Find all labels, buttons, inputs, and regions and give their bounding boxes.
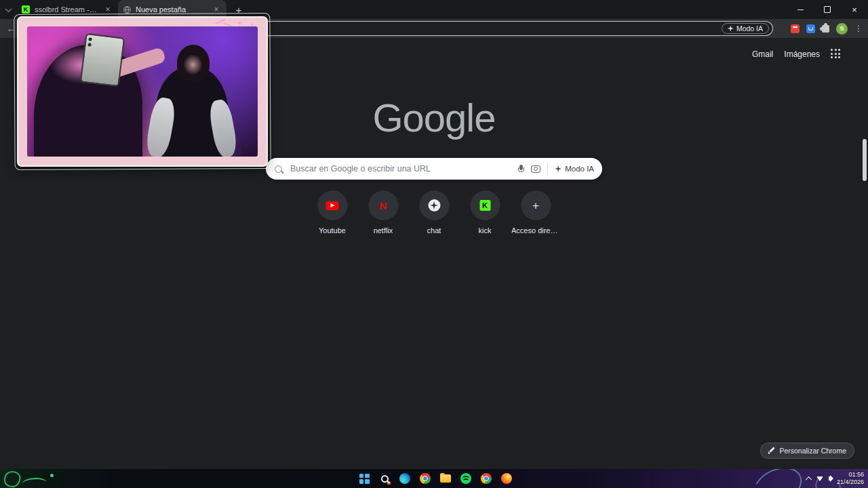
- sparkle-icon: [555, 165, 561, 172]
- kick-icon: K: [479, 200, 490, 211]
- shortcut-add[interactable]: + Acceso directo: [511, 190, 561, 235]
- picture-in-picture-video[interactable]: [18, 18, 267, 165]
- divider: [547, 163, 548, 175]
- folder-icon: [440, 474, 451, 483]
- taskbar-chrome-2-button[interactable]: [480, 472, 492, 485]
- globe-favicon-icon: [123, 6, 131, 14]
- start-button[interactable]: [358, 472, 370, 485]
- google-apps-icon[interactable]: [831, 49, 841, 59]
- sparkle-icon: [237, 20, 242, 26]
- close-icon: ×: [852, 5, 857, 14]
- taskbar-edge-button[interactable]: [399, 472, 411, 485]
- volume-icon[interactable]: [829, 476, 831, 481]
- scrollbar-thumb[interactable]: [863, 139, 867, 181]
- tab-new-tab[interactable]: Nueva pestaña ×: [118, 0, 226, 19]
- taskbar-search-button[interactable]: [378, 472, 391, 485]
- shortcut-tile: K: [470, 190, 500, 220]
- shortcut-tile: [419, 190, 449, 220]
- shortcut-label: Acceso directo: [511, 226, 560, 235]
- images-link[interactable]: Imágenes: [784, 49, 820, 59]
- shortcut-youtube[interactable]: Youtube: [307, 190, 358, 235]
- shortcut-label: netflix: [374, 226, 393, 235]
- minimize-button[interactable]: [787, 0, 814, 19]
- wallpaper-art: [22, 478, 46, 488]
- minimize-icon: [797, 9, 804, 10]
- customize-chrome-label: Personalizar Chrome: [779, 447, 846, 455]
- taskbar-spotify-button[interactable]: [460, 472, 472, 485]
- window-controls: ×: [787, 0, 868, 19]
- chevron-down-icon: [5, 5, 12, 12]
- wallpaper-art: [50, 474, 54, 477]
- youtube-icon: [326, 201, 339, 210]
- taskbar-chrome-button[interactable]: [419, 472, 431, 485]
- chatgpt-icon: [428, 199, 440, 211]
- sparkle-icon: [728, 26, 734, 32]
- chrome-icon: [481, 473, 492, 484]
- netflix-icon: N: [380, 200, 387, 211]
- stream-video-frame: [27, 26, 258, 157]
- shortcut-chat[interactable]: chat: [409, 190, 460, 235]
- shortcut-kick[interactable]: K kick: [460, 190, 511, 235]
- tab-title: ssolbrd Stream - Watch Live on...: [35, 5, 98, 14]
- new-tab-button[interactable]: +: [231, 1, 247, 18]
- taskbar-firefox-button[interactable]: [500, 472, 513, 485]
- tab-search-button[interactable]: [0, 0, 16, 19]
- search-modo-ia-button[interactable]: Modo IA: [555, 165, 594, 173]
- plus-icon: +: [532, 200, 539, 211]
- search-input[interactable]: [289, 163, 511, 174]
- shortcut-label: chat: [427, 226, 441, 235]
- taskbar-clock[interactable]: 01:56 21/4/2026: [837, 471, 864, 487]
- phone-prop: [79, 33, 125, 87]
- browser-menu-button[interactable]: ⋮: [854, 24, 863, 33]
- tab-strip: K ssolbrd Stream - Watch Live on... × Nu…: [0, 0, 868, 19]
- tab-close-button[interactable]: ×: [212, 5, 221, 14]
- page-header: Gmail Imágenes: [752, 49, 841, 59]
- tray-overflow-button[interactable]: [806, 476, 812, 483]
- extension-red-icon[interactable]: [791, 24, 800, 33]
- streamer-right-head: [177, 45, 210, 81]
- maximize-button[interactable]: [814, 0, 841, 19]
- windows-logo-icon: [359, 474, 370, 484]
- modo-ia-label: Modo IA: [565, 165, 594, 173]
- shortcut-netflix[interactable]: N netflix: [358, 190, 409, 235]
- shortcut-label: Youtube: [319, 226, 346, 235]
- taskbar-app-button[interactable]: [521, 472, 533, 485]
- edge-icon: [399, 473, 410, 484]
- tab-close-button[interactable]: ×: [103, 5, 113, 14]
- maximize-icon: [824, 6, 831, 13]
- modo-ia-label: Modo IA: [736, 24, 763, 33]
- clock-time: 01:56: [848, 471, 864, 479]
- shortcuts-row: Youtube N netflix chat K kick + Acceso d…: [307, 190, 561, 235]
- shortcut-tile: [317, 190, 347, 220]
- chrome-icon: [420, 473, 431, 484]
- clock-date: 21/4/2026: [837, 479, 864, 486]
- voice-search-icon[interactable]: [517, 165, 525, 174]
- search-icon: [381, 475, 389, 483]
- omnibox-modo-ia-button[interactable]: Modo IA: [722, 23, 769, 34]
- pencil-icon: [768, 447, 775, 454]
- shortcut-tile: +: [521, 190, 551, 220]
- taskbar-icons: [358, 469, 533, 488]
- image-search-icon[interactable]: [531, 165, 540, 173]
- customize-chrome-button[interactable]: Personalizar Chrome: [760, 443, 854, 459]
- firefox-icon: [501, 473, 512, 484]
- close-window-button[interactable]: ×: [841, 0, 868, 19]
- desktop: K ssolbrd Stream - Watch Live on... × Nu…: [0, 0, 868, 488]
- tab-title: Nueva pestaña: [136, 5, 207, 14]
- extensions-puzzle-icon[interactable]: [822, 25, 829, 33]
- shortcut-label: kick: [479, 226, 492, 235]
- shortcut-tile: N: [368, 190, 398, 220]
- back-button[interactable]: ←: [3, 20, 19, 37]
- system-tray: 01:56 21/4/2026: [806, 469, 864, 488]
- profile-avatar[interactable]: S: [836, 23, 848, 35]
- windows-taskbar: 01:56 21/4/2026: [0, 469, 868, 488]
- extension-blue-icon[interactable]: [806, 24, 815, 33]
- gmail-link[interactable]: Gmail: [752, 49, 773, 59]
- toolbar-actions: S ⋮: [791, 19, 863, 38]
- wallpaper-art: [2, 469, 22, 488]
- wallpaper-art: [748, 469, 808, 488]
- taskbar-file-explorer-button[interactable]: [439, 472, 452, 485]
- wifi-icon[interactable]: [816, 476, 823, 481]
- tab-stream[interactable]: K ssolbrd Stream - Watch Live on... ×: [16, 0, 118, 19]
- search-bar[interactable]: Modo IA: [266, 158, 602, 180]
